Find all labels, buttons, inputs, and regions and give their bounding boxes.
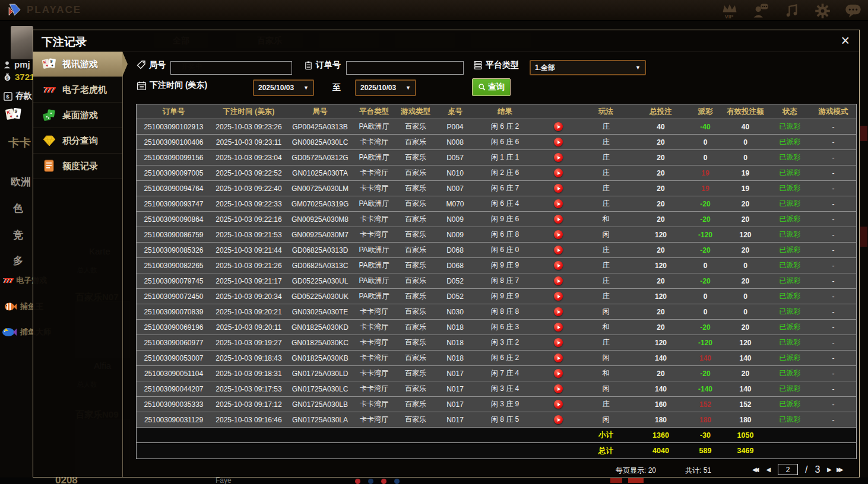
chat-icon[interactable] bbox=[844, 2, 862, 20]
cell-round: GD06825A0313C bbox=[287, 258, 353, 273]
last-page-button[interactable]: ◀◀ bbox=[839, 466, 843, 473]
replay-play-button[interactable] bbox=[554, 307, 563, 316]
cell-game-mode: - bbox=[809, 381, 857, 396]
cell-play-method: 闲 bbox=[581, 304, 631, 319]
cell-game-mode: - bbox=[809, 320, 857, 335]
bluefish-icon bbox=[1, 326, 17, 338]
prev-page-button[interactable]: ◀ bbox=[766, 466, 771, 473]
cell-platform: 卡卡湾厅 bbox=[353, 335, 395, 350]
replay-play-button[interactable] bbox=[554, 400, 563, 409]
replay-play-button[interactable] bbox=[554, 384, 563, 393]
search-button[interactable]: 查询 bbox=[472, 78, 511, 96]
bg-right-strip bbox=[860, 227, 867, 247]
close-icon[interactable]: × bbox=[841, 31, 850, 49]
replay-play-button[interactable] bbox=[554, 230, 563, 239]
cell-replay bbox=[536, 335, 581, 350]
cell-total-bet: 20 bbox=[631, 304, 690, 319]
cell-payout: 0 bbox=[690, 150, 720, 165]
cell-valid-bet: 20 bbox=[720, 212, 771, 227]
cell-replay bbox=[536, 119, 581, 134]
clipboard-icon bbox=[304, 60, 313, 70]
menu-item-slots[interactable]: 777 电子老虎机 bbox=[33, 77, 122, 103]
next-page-button[interactable]: ◀ bbox=[827, 466, 832, 473]
menu-item-quota[interactable]: 额度记录 bbox=[33, 154, 122, 179]
first-page-button[interactable]: ◀◀ bbox=[752, 466, 756, 473]
brand: PLAYACE bbox=[7, 2, 81, 17]
cell-result: 闲 6 庄 7 bbox=[474, 181, 536, 196]
cell-round: GN01825A030KD bbox=[287, 320, 353, 335]
cell-replay bbox=[536, 397, 581, 412]
platform-type-select[interactable]: 1.全部 ▼ bbox=[530, 60, 646, 75]
play-triangle-icon bbox=[557, 418, 560, 422]
menu-item-table-games[interactable]: 桌面游戏 bbox=[33, 103, 122, 128]
cell-payout: -20 bbox=[690, 196, 720, 211]
replay-play-button[interactable] bbox=[554, 292, 563, 301]
replay-play-button[interactable] bbox=[554, 338, 563, 347]
cell-platform: 卡卡湾厅 bbox=[353, 381, 395, 396]
bg-dot bbox=[381, 479, 387, 484]
cell-round: GN01025A030TA bbox=[287, 165, 353, 180]
cell-platform: 卡卡湾厅 bbox=[353, 165, 395, 180]
replay-play-button[interactable] bbox=[554, 369, 563, 378]
cell-play-method: 和 bbox=[581, 320, 631, 335]
cell-total-bet: 20 bbox=[631, 181, 690, 196]
date-to-picker[interactable]: 2025/10/03 ▼ bbox=[355, 79, 416, 96]
replay-play-button[interactable] bbox=[554, 276, 563, 285]
vip-icon[interactable]: VIP bbox=[721, 2, 739, 20]
cell-game-mode: - bbox=[809, 196, 857, 211]
replay-play-button[interactable] bbox=[554, 184, 563, 193]
date-range-to-label: 至 bbox=[332, 82, 341, 93]
play-triangle-icon bbox=[557, 264, 560, 268]
cell-game-mode: - bbox=[809, 243, 857, 257]
cell-payout: 152 bbox=[690, 397, 720, 412]
cell-table-no: M070 bbox=[436, 196, 474, 211]
round-number-filter-label: 局号 bbox=[137, 60, 166, 71]
cell-game-mode: - bbox=[809, 412, 857, 427]
settings-gear-icon[interactable] bbox=[813, 2, 831, 20]
table-row: 251003090102913 2025-10-03 09:23:26 GP00… bbox=[137, 119, 856, 135]
replay-play-button[interactable] bbox=[554, 261, 563, 270]
music-icon[interactable] bbox=[783, 2, 800, 20]
cell-game-type: 百家乐 bbox=[395, 196, 436, 211]
cell-bet-time: 2025-10-03 09:18:31 bbox=[211, 366, 287, 381]
cell-bet-time: 2025-10-03 09:17:12 bbox=[211, 397, 287, 412]
username-text: pmj bbox=[14, 59, 30, 69]
cell-result: 闲 6 庄 2 bbox=[474, 351, 536, 365]
play-triangle-icon bbox=[557, 249, 560, 252]
menu-item-video-games[interactable]: K♥9♠ 视讯游戏 bbox=[33, 52, 122, 77]
cell-result: 闲 2 庄 6 bbox=[474, 165, 536, 180]
menu-item-points[interactable]: 积分查询 bbox=[33, 128, 122, 154]
replay-play-button[interactable] bbox=[554, 153, 563, 162]
cell-game-type: 百家乐 bbox=[395, 212, 436, 227]
page-number-input[interactable] bbox=[778, 464, 798, 475]
table-row: 251003090086759 2025-10-03 09:21:53 GN00… bbox=[137, 227, 856, 243]
cell-replay bbox=[536, 227, 581, 242]
replay-play-button[interactable] bbox=[554, 138, 563, 147]
replay-play-button[interactable] bbox=[554, 246, 563, 254]
replay-play-button[interactable] bbox=[554, 122, 563, 131]
cell-status: 已派彩 bbox=[771, 412, 809, 427]
cell-order: 251003090072450 bbox=[137, 289, 211, 304]
cell-valid-bet: 19 bbox=[720, 165, 771, 180]
replay-play-button[interactable] bbox=[554, 215, 563, 224]
replay-play-button[interactable] bbox=[554, 415, 563, 424]
replay-play-button[interactable] bbox=[554, 354, 563, 362]
total-label: 总计 bbox=[581, 443, 631, 458]
replay-play-button[interactable] bbox=[554, 168, 563, 177]
customer-service-icon[interactable] bbox=[752, 2, 769, 20]
date-from-picker[interactable]: 2025/10/03 ▼ bbox=[253, 79, 314, 96]
cell-status: 已派彩 bbox=[771, 397, 809, 412]
replay-play-button[interactable] bbox=[554, 199, 563, 208]
cell-replay bbox=[536, 412, 581, 427]
cell-round: GD05725A0312G bbox=[287, 150, 353, 165]
cell-table-no: N017 bbox=[436, 397, 474, 412]
dominoes-icon bbox=[41, 109, 58, 122]
cell-game-type: 百家乐 bbox=[395, 150, 436, 165]
cell-play-method: 闲 bbox=[581, 351, 631, 365]
cell-valid-bet: 152 bbox=[720, 397, 771, 412]
col-round: 局号 bbox=[287, 104, 353, 119]
order-number-input[interactable] bbox=[346, 61, 464, 75]
cell-payout: -120 bbox=[690, 335, 720, 350]
replay-play-button[interactable] bbox=[554, 323, 563, 332]
round-number-input[interactable] bbox=[170, 61, 292, 75]
